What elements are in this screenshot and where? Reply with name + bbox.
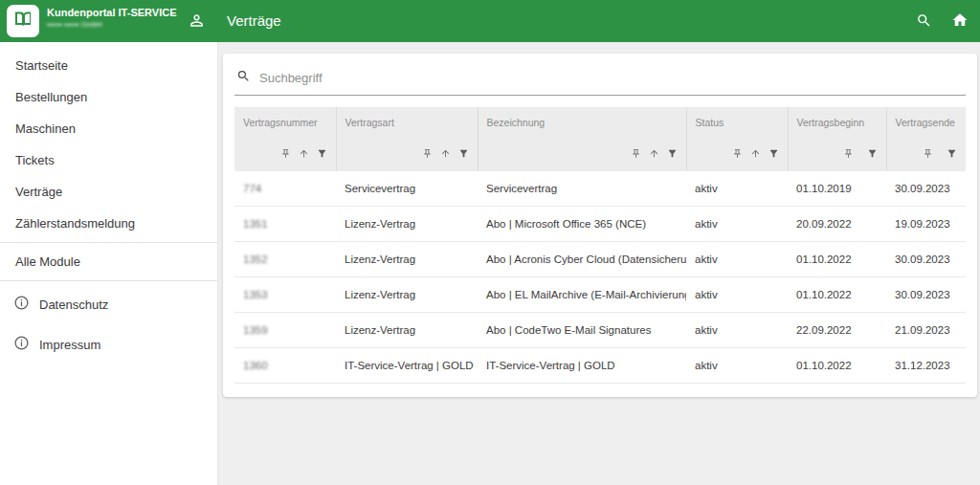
sidebar-item-label: Verträge <box>15 185 62 199</box>
table-row[interactable]: 774 Servicevertrag Servicevertrag aktiv … <box>234 171 966 207</box>
search-button[interactable] <box>916 11 932 33</box>
sidebar-divider <box>0 242 217 243</box>
pin-icon[interactable] <box>923 145 933 163</box>
topbar: Kundenportal IT-SERVICE ▪▪▪▪▪▪ ▪▪▪▪▪▪ Gm… <box>0 0 980 42</box>
filter-icon[interactable] <box>947 145 957 163</box>
cell-status: aktiv <box>686 348 788 384</box>
page-title: Verträge <box>227 12 281 29</box>
sidebar-footer-label: Datenschutz <box>39 298 108 312</box>
search-input[interactable] <box>259 71 964 85</box>
pin-icon[interactable] <box>422 145 433 163</box>
sidebar-item-zaehlerstandsmeldung[interactable]: Zählerstandsmeldung <box>0 208 217 239</box>
pin-icon[interactable] <box>732 145 743 163</box>
table-header-row: Vertragsnummer Vertragsart <box>234 107 966 171</box>
cell-vertragsnummer: 1353 <box>234 277 336 313</box>
sidebar-footer-label: Impressum <box>39 338 100 352</box>
cell-vertragsende: 30.09.2023 <box>886 171 966 207</box>
column-label: Vertragsende <box>887 107 967 130</box>
sort-asc-icon[interactable] <box>440 145 451 163</box>
sidebar-item-bestellungen[interactable]: Bestellungen <box>0 81 217 113</box>
person-icon <box>188 16 206 33</box>
cell-bezeichnung: Abo | Microsoft Office 365 (NCE) <box>478 207 686 242</box>
sort-asc-icon[interactable] <box>649 145 659 163</box>
sidebar-item-label: Tickets <box>15 153 55 167</box>
contracts-card: Vertragsnummer Vertragsart <box>223 54 977 397</box>
cell-bezeichnung: Servicevertrag <box>478 171 686 207</box>
app-logo[interactable] <box>7 5 39 37</box>
cell-vertragsnummer: 1351 <box>234 207 336 242</box>
sidebar-divider <box>0 280 217 281</box>
cell-vertragsnummer: 1359 <box>234 313 336 348</box>
sidebar-item-tickets[interactable]: Tickets <box>0 144 217 176</box>
table-row[interactable]: 1352 Lizenz-Vertrag Abo | Acronis Cyber … <box>234 242 966 277</box>
cell-vertragsnummer: 1352 <box>234 242 336 277</box>
pin-icon[interactable] <box>843 145 854 163</box>
cell-bezeichnung: Abo | EL MailArchive (E-Mail-Archivierun… <box>478 277 686 313</box>
cell-vertragsart: Lizenz-Vertrag <box>336 207 478 242</box>
main-content: Vertragsnummer Vertragsart <box>218 42 980 485</box>
cell-bezeichnung: Abo | Acronis Cyber Cloud (Datensicherun… <box>478 242 686 277</box>
app-title: Kundenportal IT-SERVICE <box>47 7 176 20</box>
cell-vertragsende: 21.09.2023 <box>886 313 966 348</box>
cell-vertragsende: 31.12.2023 <box>886 348 966 384</box>
table-row[interactable]: 1359 Lizenz-Vertrag Abo | CodeTwo E-Mail… <box>234 313 966 348</box>
cell-status: aktiv <box>686 313 788 348</box>
sidebar-item-impressum[interactable]: Impressum <box>0 324 217 364</box>
sidebar-item-startseite[interactable]: Startseite <box>0 50 217 81</box>
pin-icon[interactable] <box>280 145 291 163</box>
home-icon <box>951 11 969 33</box>
column-label: Vertragsbeginn <box>789 107 886 130</box>
cell-vertragsbeginn: 01.10.2019 <box>788 171 886 207</box>
filter-icon[interactable] <box>667 145 678 163</box>
column-header-vertragsart[interactable]: Vertragsart <box>336 107 478 171</box>
sidebar-item-datenschutz[interactable]: Datenschutz <box>0 284 217 324</box>
search-field <box>234 67 966 96</box>
info-icon <box>13 335 30 354</box>
column-label: Bezeichnung <box>479 107 686 130</box>
cell-vertragsende: 19.09.2023 <box>886 207 966 242</box>
column-header-vertragsbeginn[interactable]: Vertragsbeginn <box>788 107 886 171</box>
cell-status: aktiv <box>686 207 788 242</box>
sidebar-item-alle-module[interactable]: Alle Module <box>0 246 217 277</box>
sidebar-item-label: Startseite <box>15 58 68 73</box>
column-header-bezeichnung[interactable]: Bezeichnung <box>478 107 686 171</box>
app-titles: Kundenportal IT-SERVICE ▪▪▪▪▪▪ ▪▪▪▪▪▪ Gm… <box>47 7 176 29</box>
sidebar-item-label: Bestellungen <box>15 90 87 104</box>
cell-status: aktiv <box>686 277 788 313</box>
sort-asc-icon[interactable] <box>299 145 309 163</box>
filter-icon[interactable] <box>768 145 779 163</box>
contracts-table: Vertragsnummer Vertragsart <box>234 107 966 384</box>
sidebar-item-vertraege[interactable]: Verträge <box>0 176 217 208</box>
pin-icon[interactable] <box>631 145 641 163</box>
column-header-vertragsnummer[interactable]: Vertragsnummer <box>234 107 336 171</box>
sidebar-item-label: Maschinen <box>15 121 76 136</box>
info-icon <box>13 295 30 314</box>
search-icon <box>916 12 932 33</box>
cell-status: aktiv <box>686 171 788 207</box>
filter-icon[interactable] <box>867 145 878 163</box>
sidebar-item-maschinen[interactable]: Maschinen <box>0 113 217 144</box>
cell-bezeichnung: Abo | CodeTwo E-Mail Signatures <box>478 313 686 348</box>
cell-bezeichnung: IT-Service-Vertrag | GOLD <box>478 348 686 384</box>
cell-vertragsart: Lizenz-Vertrag <box>336 242 478 277</box>
column-label: Vertragsart <box>337 107 478 130</box>
table-row[interactable]: 1353 Lizenz-Vertrag Abo | EL MailArchive… <box>234 277 966 313</box>
column-header-status[interactable]: Status <box>686 107 788 171</box>
sidebar-item-label: Zählerstandsmeldung <box>15 216 135 231</box>
column-header-vertragsende[interactable]: Vertragsende <box>886 107 966 171</box>
home-button[interactable] <box>951 11 969 33</box>
column-label: Status <box>687 107 788 130</box>
cell-status: aktiv <box>686 242 788 277</box>
cell-vertragsbeginn: 20.09.2022 <box>788 207 886 242</box>
filter-icon[interactable] <box>458 145 469 163</box>
column-label: Vertragsnummer <box>234 107 336 130</box>
app-subtitle: ▪▪▪▪▪▪ ▪▪▪▪▪▪ GmbH <box>47 20 176 29</box>
table-row[interactable]: 1360 IT-Service-Vertrag | GOLD IT-Servic… <box>234 348 966 384</box>
account-button[interactable] <box>188 11 206 33</box>
table-row[interactable]: 1351 Lizenz-Vertrag Abo | Microsoft Offi… <box>234 207 966 242</box>
topbar-actions <box>916 11 969 33</box>
cell-vertragsbeginn: 01.10.2022 <box>788 242 886 277</box>
sort-asc-icon[interactable] <box>750 145 761 163</box>
cell-vertragsbeginn: 01.10.2022 <box>788 348 886 384</box>
filter-icon[interactable] <box>317 145 327 163</box>
